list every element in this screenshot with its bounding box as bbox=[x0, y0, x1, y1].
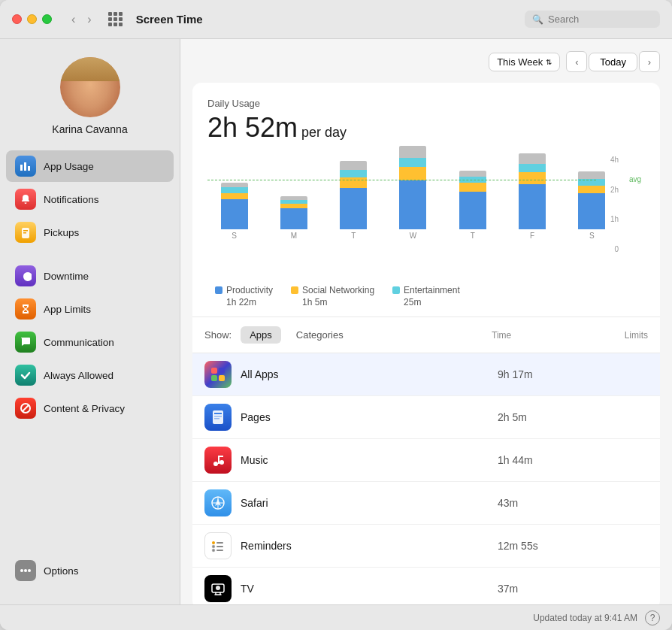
period-bar: This Week ⇅ ‹ Today › bbox=[192, 51, 660, 72]
avg-line bbox=[207, 180, 596, 180]
block-icon bbox=[15, 398, 36, 419]
search-box[interactable]: 🔍 bbox=[525, 11, 660, 28]
tab-apps[interactable]: Apps bbox=[241, 326, 281, 344]
close-button[interactable] bbox=[12, 14, 22, 24]
maximize-button[interactable] bbox=[42, 14, 52, 24]
period-selector[interactable]: This Week ⇅ bbox=[489, 53, 560, 71]
app-row-safari[interactable]: Safari 43m bbox=[192, 482, 660, 525]
chart-container: avg 4h 2h 1h 0 bbox=[207, 156, 645, 276]
traffic-lights bbox=[12, 14, 52, 24]
today-button[interactable]: Today bbox=[589, 53, 637, 71]
entertainment-label: Entertainment bbox=[404, 285, 460, 295]
sidebar-item-downtime[interactable]: Downtime bbox=[6, 260, 174, 292]
social-label: Social Networking bbox=[302, 285, 374, 295]
social-time: 1h 5m bbox=[302, 297, 374, 307]
svg-line-7 bbox=[23, 405, 29, 412]
svg-rect-0 bbox=[20, 165, 23, 171]
svg-rect-32 bbox=[216, 550, 223, 551]
svg-rect-22 bbox=[218, 456, 223, 457]
forward-button[interactable]: › bbox=[83, 11, 95, 28]
period-prev-button[interactable]: ‹ bbox=[566, 51, 587, 72]
sidebar-item-label-app-limits: App Limits bbox=[44, 304, 91, 315]
svg-point-31 bbox=[212, 549, 215, 552]
svg-point-20 bbox=[219, 460, 224, 465]
search-input[interactable] bbox=[548, 14, 653, 25]
tv-icon bbox=[204, 575, 232, 602]
svg-rect-14 bbox=[219, 375, 225, 381]
user-name: Karina Cavanna bbox=[52, 123, 127, 135]
bell-icon bbox=[15, 189, 36, 210]
window: ‹ › Screen Time 🔍 Karina Cavanna bbox=[0, 0, 672, 630]
back-button[interactable]: ‹ bbox=[67, 11, 80, 28]
sidebar-item-label-content-privacy: Content & Privacy bbox=[44, 403, 125, 414]
app-row-all-apps[interactable]: All Apps 9h 17m bbox=[192, 353, 660, 396]
help-button[interactable]: ? bbox=[645, 610, 660, 625]
svg-rect-1 bbox=[24, 162, 26, 171]
col-time-header: Time bbox=[492, 330, 582, 341]
sidebar: Karina Cavanna App Usage Notifications bbox=[0, 39, 180, 604]
sidebar-item-notifications[interactable]: Notifications bbox=[6, 183, 174, 215]
svg-point-34 bbox=[216, 586, 220, 590]
app-name-reminders: Reminders bbox=[241, 540, 498, 552]
svg-rect-15 bbox=[213, 410, 223, 424]
show-bar: Show: Apps Categories Time Limits bbox=[192, 317, 660, 353]
chart-day-t2: T bbox=[471, 232, 475, 240]
sidebar-item-pickups[interactable]: Pickups bbox=[6, 217, 174, 248]
app-time-safari: 43m bbox=[498, 497, 588, 509]
chart-day-m: M bbox=[291, 232, 297, 240]
sidebar-item-app-usage[interactable]: App Usage bbox=[6, 150, 174, 182]
daily-suffix: per day bbox=[298, 125, 347, 140]
app-name-safari: Safari bbox=[241, 497, 498, 509]
sidebar-item-communication[interactable]: Communication bbox=[6, 326, 174, 358]
svg-rect-5 bbox=[23, 232, 26, 234]
sidebar-item-label-downtime: Downtime bbox=[44, 271, 89, 282]
sidebar-item-label-app-usage: App Usage bbox=[44, 161, 94, 172]
sidebar-item-label-communication: Communication bbox=[44, 337, 114, 348]
y-axis: 4h 2h 1h 0 bbox=[610, 156, 619, 253]
minimize-button[interactable] bbox=[27, 14, 37, 24]
search-icon: 🔍 bbox=[532, 14, 543, 25]
entertainment-dot bbox=[392, 286, 400, 294]
app-row-tv[interactable]: TV 37m bbox=[192, 568, 660, 604]
options-icon bbox=[15, 560, 36, 581]
svg-rect-2 bbox=[28, 166, 30, 171]
y-label-2h: 2h bbox=[610, 186, 619, 194]
main-content: Karina Cavanna App Usage Notifications bbox=[0, 39, 672, 604]
chat-icon bbox=[15, 332, 36, 353]
moon-icon bbox=[15, 265, 36, 286]
show-label: Show: bbox=[204, 329, 232, 341]
app-time-pages: 2h 5m bbox=[498, 411, 588, 423]
app-row-pages[interactable]: Pages 2h 5m bbox=[192, 396, 660, 439]
sidebar-item-content-privacy[interactable]: Content & Privacy bbox=[6, 392, 174, 424]
options-item[interactable]: Options bbox=[6, 555, 174, 586]
daily-value: 2h 52m per day bbox=[207, 112, 645, 144]
productivity-dot bbox=[215, 286, 222, 294]
sidebar-item-label-pickups: Pickups bbox=[44, 227, 79, 238]
sidebar-item-always-allowed[interactable]: Always Allowed bbox=[6, 359, 174, 391]
svg-point-8 bbox=[20, 569, 23, 572]
period-label: This Week bbox=[497, 56, 543, 68]
legend-social: Social Networking 1h 5m bbox=[291, 285, 374, 307]
app-row-music[interactable]: Music 1h 44m bbox=[192, 439, 660, 482]
music-icon bbox=[204, 447, 232, 474]
grid-icon[interactable] bbox=[108, 12, 123, 26]
safari-icon bbox=[204, 489, 232, 516]
tab-categories[interactable]: Categories bbox=[287, 326, 353, 344]
app-name-pages: Pages bbox=[241, 411, 498, 423]
stats-card: Daily Usage 2h 52m per day avg 4h bbox=[192, 83, 660, 604]
app-row-reminders[interactable]: Reminders 12m 55s bbox=[192, 525, 660, 568]
svg-rect-4 bbox=[23, 230, 28, 232]
sidebar-item-app-limits[interactable]: App Limits bbox=[6, 293, 174, 325]
period-nav: ‹ Today › bbox=[566, 51, 660, 72]
svg-rect-11 bbox=[211, 368, 217, 374]
productivity-time: 1h 22m bbox=[226, 297, 273, 307]
avg-label: avg bbox=[629, 175, 641, 183]
content-area: This Week ⇅ ‹ Today › Daily Usage 2h 52m… bbox=[180, 39, 672, 604]
legend-productivity: Productivity 1h 22m bbox=[215, 285, 273, 307]
nav-buttons: ‹ › bbox=[67, 11, 96, 28]
app-time-reminders: 12m 55s bbox=[498, 540, 588, 552]
period-next-button[interactable]: › bbox=[639, 51, 660, 72]
svg-point-9 bbox=[24, 569, 27, 572]
chart-day-w: W bbox=[410, 232, 416, 240]
sidebar-item-label-always-allowed: Always Allowed bbox=[44, 370, 114, 381]
